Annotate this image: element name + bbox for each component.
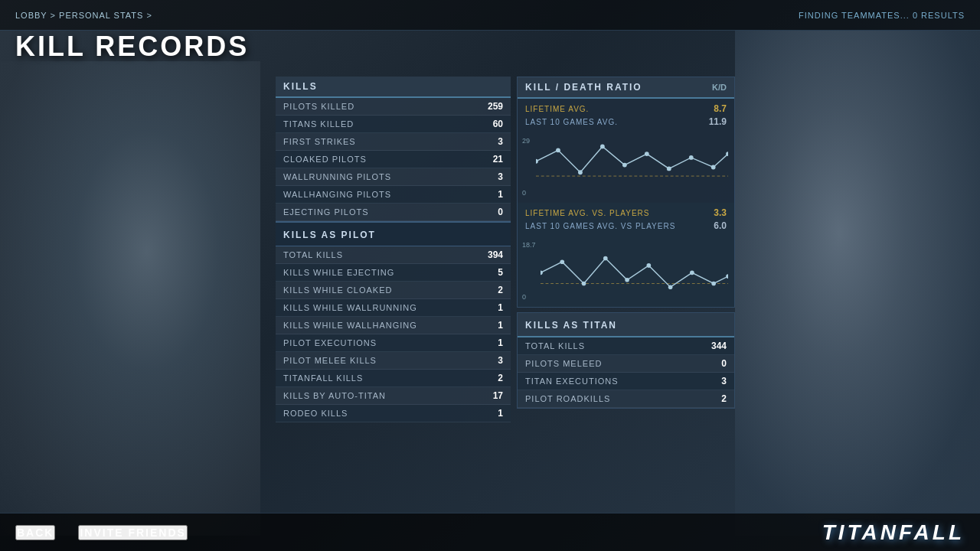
last10-vs-players-row: LAST 10 GAMES AVG. VS PLAYERS 6.0 <box>525 220 727 231</box>
stat-row-kills-wallrunning: KILLS WHILE WALLRUNNING 1 <box>276 299 511 317</box>
svg-point-4 <box>600 145 605 149</box>
svg-point-16 <box>625 278 629 282</box>
svg-point-7 <box>667 167 671 171</box>
stat-row-first-strikes: FIRST STRIKES 3 <box>276 133 511 151</box>
stat-row-titans-killed: TITANS KILLED 60 <box>276 116 511 133</box>
kd-chart-2: 18.7 0 <box>518 238 734 307</box>
kd-chart-1-svg <box>536 137 728 197</box>
stat-row-titanfall-kills: TITANFALL KILLS 2 <box>276 370 511 387</box>
bottom-bar: BACK INVITE FRIENDS TITANFALL <box>0 513 980 551</box>
svg-point-15 <box>603 256 608 261</box>
svg-point-18 <box>668 285 673 289</box>
stat-row-pilots-killed: PILOTS KILLED 259 <box>276 98 511 116</box>
chart2-min-label: 0 <box>522 293 526 301</box>
kd-stats-vs-players: LIFETIME AVG. VS. PLAYERS 3.3 LAST 10 GA… <box>518 203 734 238</box>
chart2-max-label: 18.7 <box>522 241 536 249</box>
svg-point-13 <box>560 259 564 264</box>
svg-point-2 <box>556 148 560 152</box>
svg-point-19 <box>690 271 694 276</box>
stat-row-cloaked-pilots: CLOAKED PILOTS 21 <box>276 151 511 168</box>
kd-chart-2-svg <box>541 241 728 301</box>
svg-point-3 <box>578 170 583 174</box>
stat-row-pilot-melee: PILOT MELEE KILLS 3 <box>276 352 511 370</box>
stat-row-ejecting-pilots: EJECTING PILOTS 0 <box>276 204 511 221</box>
stat-row-kills-auto-titan: KILLS BY AUTO-TITAN 17 <box>276 387 511 405</box>
svg-point-17 <box>647 263 652 268</box>
svg-point-8 <box>689 155 694 160</box>
lifetime-vs-players-row: LIFETIME AVG. VS. PLAYERS 3.3 <box>525 207 727 218</box>
chart1-max-label: 29 <box>522 137 530 145</box>
titanfall-logo: TITANFALL <box>822 520 965 545</box>
top-bar: LOBBY > PERSONAL STATS > FINDING TEAMMAT… <box>0 0 980 31</box>
stat-row-kills-ejecting: KILLS WHILE EJECTING 5 <box>276 264 511 282</box>
kd-chart-1: 29 0 <box>518 134 734 203</box>
svg-point-9 <box>711 165 716 170</box>
stat-row-pilot-executions: PILOT EXECUTIONS 1 <box>276 334 511 352</box>
titan-header: KILLS AS TITAN <box>518 313 734 337</box>
mech-left-silhouette <box>0 61 260 536</box>
back-button[interactable]: BACK <box>15 525 55 540</box>
last10-avg-row: LAST 10 GAMES AVG. 11.9 <box>525 116 727 127</box>
svg-point-20 <box>711 282 716 286</box>
kills-header-label: KILLS <box>283 81 318 92</box>
kd-panel: KILL / DEATH RATIO K/D LIFETIME AVG. 8.7… <box>517 77 735 308</box>
titan-executions: TITAN EXECUTIONS 3 <box>518 373 734 390</box>
svg-point-6 <box>645 152 649 156</box>
stat-row-wallrunning-pilots: WALLRUNNING PILOTS 3 <box>276 168 511 186</box>
stat-row-kills-wallhanging: KILLS WHILE WALLHANGING 1 <box>276 317 511 334</box>
titan-panel: KILLS AS TITAN TOTAL KILLS 344 PILOTS ME… <box>517 312 735 409</box>
titan-pilots-meleed: PILOTS MELEED 0 <box>518 355 734 373</box>
page-title: KILL RECORDS <box>15 31 249 63</box>
svg-point-5 <box>622 163 627 168</box>
stat-row-total-kills-pilot: TOTAL KILLS 394 <box>276 246 511 264</box>
lifetime-avg-row: LIFETIME AVG. 8.7 <box>525 103 727 114</box>
stat-row-rodeo-kills: RODEO KILLS 1 <box>276 405 511 422</box>
breadcrumb: LOBBY > PERSONAL STATS > <box>15 11 152 20</box>
invite-friends-button[interactable]: INVITE FRIENDS <box>78 525 187 540</box>
titan-roadkills: PILOT ROADKILLS 2 <box>518 390 734 408</box>
kd-stats: LIFETIME AVG. 8.7 LAST 10 GAMES AVG. 11.… <box>518 99 734 134</box>
stat-row-wallhanging-pilots: WALLHANGING PILOTS 1 <box>276 186 511 204</box>
right-panel: KILL / DEATH RATIO K/D LIFETIME AVG. 8.7… <box>517 77 735 497</box>
titan-total-kills: TOTAL KILLS 344 <box>518 337 734 355</box>
svg-point-14 <box>582 282 586 286</box>
mech-right-silhouette <box>735 31 980 536</box>
kills-as-pilot-header: KILLS AS PILOT <box>276 221 511 246</box>
chart1-min-label: 0 <box>522 189 526 197</box>
kills-section-header: KILLS <box>276 77 511 98</box>
stat-row-kills-cloaked: KILLS WHILE CLOAKED 2 <box>276 282 511 299</box>
stats-panel: KILLS PILOTS KILLED 259 TITANS KILLED 60… <box>276 77 511 497</box>
kd-header: KILL / DEATH RATIO K/D <box>518 77 734 99</box>
main-content: KILLS PILOTS KILLED 259 TITANS KILLED 60… <box>276 77 735 497</box>
finding-teammates-status: FINDING TEAMMATES... 0 RESULTS <box>799 11 965 20</box>
titan-stats: TOTAL KILLS 344 PILOTS MELEED 0 TITAN EX… <box>518 337 734 408</box>
